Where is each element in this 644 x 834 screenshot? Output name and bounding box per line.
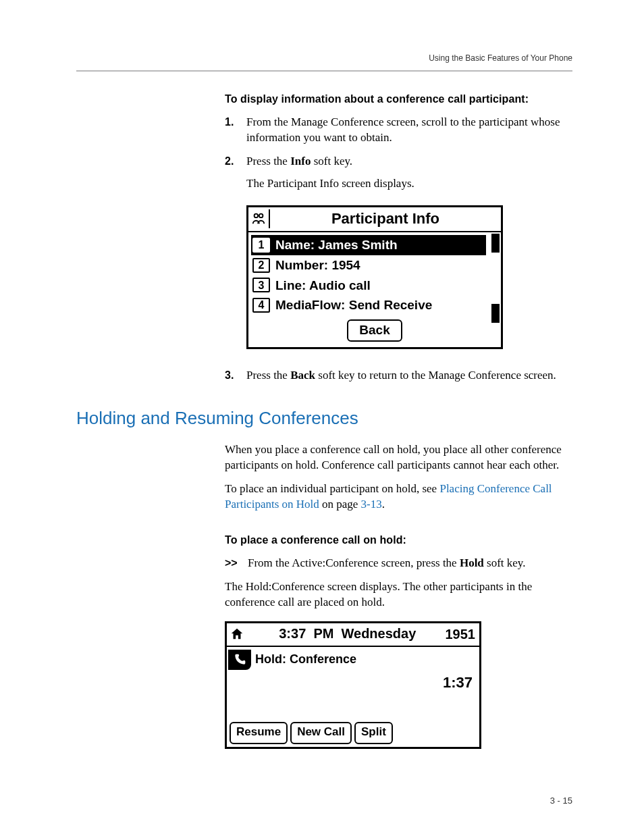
row-label: Number: 1954: [275, 257, 360, 274]
para-hold-result: The Hold:Conference screen displays. The…: [225, 579, 572, 610]
page-number: 3 - 15: [550, 795, 572, 807]
call-entry[interactable]: Hold: Conference: [227, 647, 479, 670]
row-index: 4: [252, 298, 270, 313]
row-index: 2: [252, 258, 270, 273]
softkey-back[interactable]: Back: [347, 319, 402, 342]
row-label: MediaFlow: Send Receive: [275, 296, 432, 314]
softkey-resume[interactable]: Resume: [230, 722, 288, 744]
subhead-display-info: To display information about a conferenc…: [225, 92, 572, 107]
procedure-step: >> From the Active:Conference screen, pr…: [225, 556, 572, 571]
step-1: 1. From the Manage Conference screen, sc…: [225, 115, 572, 146]
subhead-place-on-hold: To place a conference call on hold:: [225, 533, 572, 548]
hold-call-icon: [228, 650, 251, 670]
para-hold-intro: When you place a conference call on hold…: [225, 442, 572, 473]
row-label: Name: James Smith: [275, 236, 398, 254]
arrow-marker: >>: [225, 556, 241, 571]
para-hold-crossref: To place an individual participant on ho…: [225, 481, 572, 513]
section-heading-holding-resuming: Holding and Resuming Conferences: [76, 407, 572, 430]
hold-conference-screenshot: 3:37 PM Wednesday 1951 Hold: Conference …: [225, 621, 481, 750]
status-bar-extension: 1951: [446, 625, 480, 644]
svg-point-1: [259, 214, 263, 218]
screen-title: Participant Info: [270, 207, 501, 232]
info-row-mediaflow[interactable]: 4 MediaFlow: Send Receive: [251, 295, 498, 315]
softkey-split[interactable]: Split: [354, 722, 393, 744]
running-head: Using the Basic Features of Your Phone: [0, 53, 572, 63]
conference-icon: [248, 209, 270, 228]
row-label: Line: Audio call: [275, 277, 371, 294]
step-number: 3.: [225, 368, 246, 384]
call-label: Hold: Conference: [255, 650, 475, 667]
home-icon: [227, 625, 247, 644]
info-row-name[interactable]: 1 Name: James Smith: [251, 235, 486, 255]
call-duration: 1:37: [227, 670, 479, 694]
procedure-text: From the Active:Conference screen, press…: [248, 556, 526, 571]
participant-info-screenshot: Participant Info 1 Name: James Smith 2 N…: [246, 205, 503, 350]
step-number: 2.: [225, 154, 246, 192]
link-page-ref[interactable]: 3-13: [361, 498, 382, 511]
svg-point-0: [254, 214, 259, 218]
scrollbar[interactable]: [491, 234, 500, 323]
info-row-number[interactable]: 2 Number: 1954: [251, 255, 498, 276]
step-follow: The Participant Info screen displays.: [246, 176, 572, 192]
status-bar-time: 3:37 PM Wednesday: [247, 623, 446, 646]
row-index: 3: [252, 278, 270, 292]
softkey-new-call[interactable]: New Call: [290, 722, 352, 744]
step-text: Press the Info soft key.: [246, 154, 572, 170]
info-row-line[interactable]: 3 Line: Audio call: [251, 276, 498, 296]
step-3: 3. Press the Back soft key to return to …: [225, 368, 572, 384]
step-number: 1.: [225, 115, 246, 146]
step-text: Press the Back soft key to return to the…: [246, 368, 572, 384]
step-2: 2. Press the Info soft key. The Particip…: [225, 154, 572, 192]
row-index: 1: [252, 238, 270, 253]
step-text: From the Manage Conference screen, scrol…: [246, 115, 572, 146]
